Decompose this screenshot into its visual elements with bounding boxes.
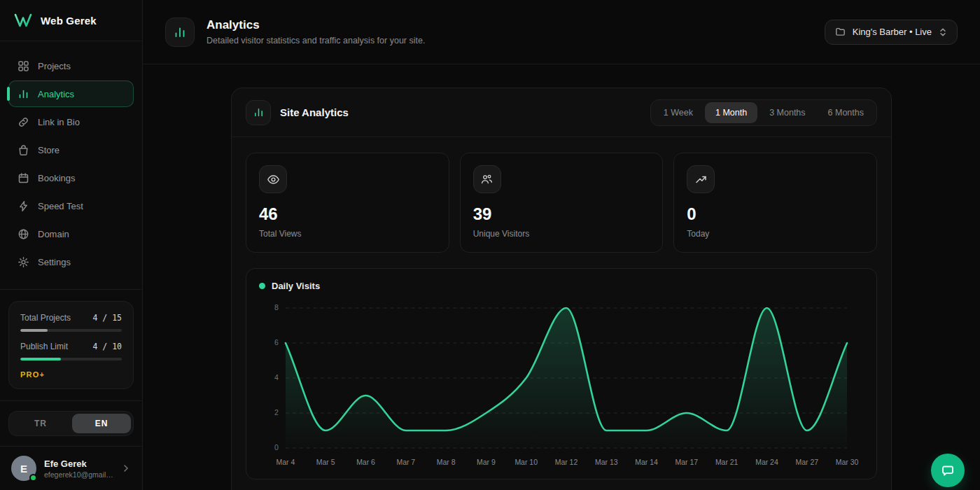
sidebar-item-label: Link in Bio: [38, 117, 80, 127]
brand-logo-icon: [14, 13, 32, 28]
page-subtitle: Detailed visitor statistics and traffic …: [206, 36, 425, 46]
page-title: Analytics: [206, 18, 425, 32]
site-analytics-icon: [246, 100, 271, 125]
language-toggle: TR EN: [8, 411, 134, 436]
tab-1-month[interactable]: 1 Month: [705, 102, 757, 123]
svg-text:Mar 14: Mar 14: [635, 458, 658, 466]
svg-text:Mar 27: Mar 27: [795, 458, 818, 466]
svg-text:Mar 6: Mar 6: [356, 458, 375, 466]
svg-text:Mar 21: Mar 21: [715, 458, 738, 466]
time-range-tabs: 1 Week 1 Month 3 Months 6 Months: [650, 99, 877, 126]
calendar-icon: [18, 172, 29, 184]
online-status-dot: [29, 474, 37, 482]
total-projects-label: Total Projects: [20, 313, 71, 323]
chevron-up-down-icon: [939, 27, 947, 37]
chat-fab-button[interactable]: [931, 454, 965, 487]
site-analytics-panel: Site Analytics 1 Week 1 Month 3 Months 6…: [231, 88, 892, 490]
stat-label: Unique Visitors: [473, 229, 650, 239]
globe-icon: [18, 228, 29, 240]
user-email: efegerek10@gmail.com: [44, 470, 113, 479]
panel-title: Site Analytics: [280, 106, 349, 118]
sidebar-item-settings[interactable]: Settings: [8, 248, 134, 275]
chart-svg: 0 2 4 6 8 Mar 4Mar 5Mar 6Mar 7Mar 8Mar 9…: [259, 297, 864, 473]
page-header: Analytics Detailed visitor statistics an…: [143, 0, 980, 64]
sidebar-item-label: Store: [38, 145, 59, 155]
stat-card-unique-visitors: 39 Unique Visitors: [460, 153, 664, 253]
avatar: E: [11, 456, 36, 481]
svg-text:Mar 12: Mar 12: [555, 458, 578, 466]
chart-legend: Daily Visits: [259, 281, 864, 291]
daily-visits-chart[interactable]: 0 2 4 6 8 Mar 4Mar 5Mar 6Mar 7Mar 8Mar 9…: [259, 297, 864, 473]
chat-bubble-icon: [940, 463, 955, 478]
svg-text:Mar 7: Mar 7: [396, 458, 415, 466]
language-en-button[interactable]: EN: [72, 414, 131, 433]
main-area: Analytics Detailed visitor statistics an…: [143, 0, 980, 490]
bar-chart-icon: [18, 88, 29, 100]
sidebar: Web Gerek Projects Analytics: [0, 0, 143, 490]
sidebar-nav: Projects Analytics Link in Bio: [0, 41, 142, 282]
svg-text:Mar 30: Mar 30: [836, 458, 859, 466]
avatar-initial: E: [20, 463, 27, 475]
chevron-right-icon: [121, 463, 131, 473]
sidebar-item-bookings[interactable]: Bookings: [8, 164, 134, 191]
link-icon: [18, 116, 29, 128]
svg-text:2: 2: [274, 409, 279, 416]
svg-text:Mar 9: Mar 9: [477, 458, 496, 466]
publish-limit-label: Publish Limit: [20, 342, 68, 351]
svg-text:4: 4: [274, 374, 279, 382]
stat-card-total-views: 46 Total Views: [246, 153, 449, 253]
daily-visits-chart-card: Daily Visits 0 2 4 6 8 Mar 4Mar 5Mar 6Ma…: [246, 268, 877, 479]
svg-text:8: 8: [274, 304, 279, 312]
eye-icon: [259, 165, 287, 193]
sidebar-item-label: Settings: [38, 257, 71, 267]
stat-value: 0: [687, 204, 864, 224]
user-meta: Efe Gerek efegerek10@gmail.com: [44, 458, 113, 479]
svg-text:0: 0: [274, 444, 279, 451]
total-projects-value: 4 / 15: [92, 313, 122, 323]
stat-value: 39: [473, 204, 650, 224]
svg-text:Mar 17: Mar 17: [676, 458, 699, 466]
site-selector-dropdown[interactable]: King's Barber • Live: [825, 20, 958, 45]
sidebar-item-label: Bookings: [38, 173, 75, 183]
svg-text:Mar 4: Mar 4: [276, 458, 295, 466]
sidebar-item-store[interactable]: Store: [8, 136, 134, 163]
usage-card: Total Projects 4 / 15 Publish Limit 4 / …: [8, 301, 134, 389]
lightning-icon: [18, 200, 29, 212]
stats-grid: 46 Total Views 39 Unique Visit: [246, 153, 877, 253]
stat-value: 46: [259, 204, 436, 224]
analytics-header-icon: [165, 18, 195, 47]
sidebar-item-link-in-bio[interactable]: Link in Bio: [8, 108, 134, 135]
language-tr-button[interactable]: TR: [11, 414, 70, 433]
publish-limit-progressbar: [20, 358, 122, 360]
tab-3-months[interactable]: 3 Months: [759, 102, 816, 123]
sidebar-item-label: Domain: [38, 229, 69, 239]
language-toggle-wrap: TR EN: [0, 400, 142, 446]
brand: Web Gerek: [0, 0, 142, 41]
sidebar-divider: [0, 289, 142, 290]
users-icon: [473, 165, 501, 193]
plan-badge: PRO+: [20, 370, 122, 379]
content-scroll-area[interactable]: Site Analytics 1 Week 1 Month 3 Months 6…: [143, 64, 980, 490]
tab-1-week[interactable]: 1 Week: [653, 102, 704, 123]
total-projects-progress-fill: [20, 329, 48, 332]
svg-text:Mar 10: Mar 10: [514, 458, 538, 466]
gear-icon: [18, 256, 29, 268]
stat-card-today: 0 Today: [673, 153, 877, 253]
sidebar-item-projects[interactable]: Projects: [8, 52, 134, 79]
stat-label: Total Views: [259, 229, 436, 239]
svg-text:Mar 13: Mar 13: [595, 458, 618, 466]
site-selector-value: King's Barber • Live: [853, 27, 932, 37]
svg-text:Mar 24: Mar 24: [755, 458, 778, 466]
user-profile[interactable]: E Efe Gerek efegerek10@gmail.com: [0, 446, 142, 490]
svg-text:Mar 5: Mar 5: [316, 458, 335, 466]
sidebar-item-domain[interactable]: Domain: [8, 220, 134, 247]
legend-dot-icon: [259, 283, 265, 289]
panel-header: Site Analytics 1 Week 1 Month 3 Months 6…: [232, 88, 891, 137]
sidebar-item-analytics[interactable]: Analytics: [8, 80, 134, 107]
tab-6-months[interactable]: 6 Months: [818, 102, 874, 123]
brand-name: Web Gerek: [41, 15, 97, 27]
sidebar-item-label: Speed Test: [38, 201, 83, 211]
total-projects-progressbar: [20, 329, 122, 332]
sidebar-item-label: Projects: [38, 61, 71, 71]
sidebar-item-speed-test[interactable]: Speed Test: [8, 192, 134, 219]
